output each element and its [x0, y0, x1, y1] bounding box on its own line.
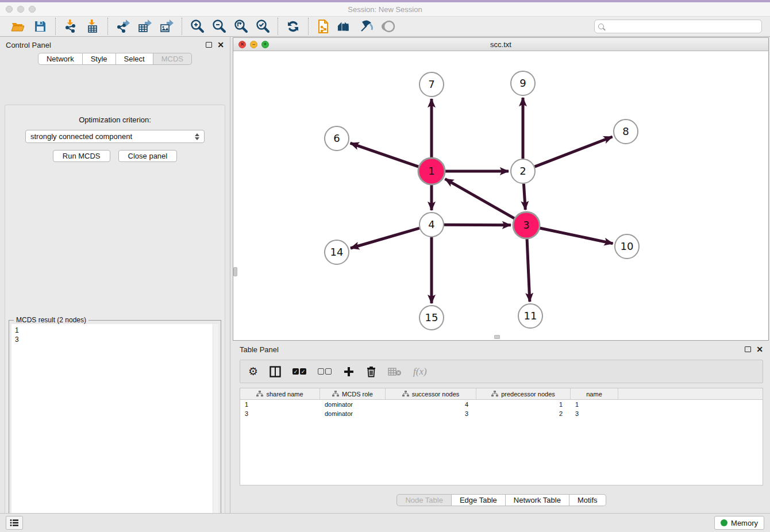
cell-successor-nodes[interactable]: 4 — [386, 401, 476, 408]
canvas-horizontal-scrollbar[interactable] — [494, 335, 500, 339]
export-network-button[interactable] — [115, 18, 131, 34]
graph-node-2[interactable]: 2 — [511, 159, 535, 183]
column-header-name[interactable]: name — [571, 388, 618, 399]
export-image-button[interactable] — [159, 18, 175, 34]
graph-edge-4-3[interactable] — [444, 225, 511, 225]
column-header-successor-nodes[interactable]: successor nodes — [386, 388, 476, 399]
tab-style[interactable]: Style — [83, 53, 116, 65]
canvas-vertical-scrollbar[interactable] — [233, 267, 237, 276]
open-session-button[interactable] — [10, 18, 26, 34]
close-panel-button[interactable]: Close panel — [118, 150, 178, 162]
column-header-predecessor-nodes[interactable]: predecessor nodes — [476, 388, 571, 399]
graph-node-label: 10 — [621, 240, 634, 252]
graph-node-3[interactable]: 3 — [513, 212, 540, 238]
export-table-button[interactable] — [137, 18, 153, 34]
import-network-button[interactable] — [63, 18, 79, 34]
tab-motifs[interactable]: Motifs — [569, 494, 606, 506]
window-titlebar: Session: New Session — [0, 2, 770, 16]
graph-edge-2-8[interactable] — [535, 137, 613, 167]
tab-node-table[interactable]: Node Table — [396, 494, 452, 506]
graph-edge-3-1[interactable] — [445, 179, 514, 218]
cell-shared-name[interactable]: 1 — [240, 401, 320, 408]
cell-MCDS-role[interactable]: dominator — [320, 401, 386, 408]
home-layout-button[interactable] — [337, 18, 353, 34]
graph-edge-2-3[interactable] — [523, 184, 525, 210]
maximize-network-button[interactable]: + — [261, 41, 269, 48]
tab-mcds[interactable]: MCDS — [153, 53, 192, 65]
hierarchy-icon — [332, 391, 339, 397]
cell-predecessor-nodes[interactable]: 1 — [476, 401, 571, 408]
memory-button[interactable]: Memory — [714, 516, 764, 530]
column-header-MCDS-role[interactable]: MCDS role — [320, 388, 386, 399]
import-table-button[interactable] — [84, 18, 101, 34]
table-row[interactable]: 3dominator323 — [240, 409, 763, 418]
window-title: Session: New Session — [0, 5, 770, 14]
graph-node-10[interactable]: 10 — [615, 234, 639, 259]
split-view-button[interactable] — [270, 365, 281, 379]
add-row-button[interactable] — [343, 365, 355, 379]
tab-network-table[interactable]: Network Table — [506, 494, 569, 506]
tab-select[interactable]: Select — [116, 53, 153, 65]
graph-node-14[interactable]: 14 — [325, 240, 349, 264]
run-mcds-button[interactable]: Run MCDS — [53, 150, 110, 162]
column-header-shared-name[interactable]: shared name — [240, 388, 320, 399]
cell-MCDS-role[interactable]: dominator — [320, 410, 386, 417]
table-row[interactable]: 1dominator411 — [240, 400, 763, 409]
close-network-button[interactable]: ✕ — [238, 41, 246, 48]
select-all-columns-button[interactable]: ✓ ✓ — [292, 365, 306, 379]
float-table-panel-icon[interactable] — [745, 346, 751, 352]
close-table-panel-icon[interactable]: ✕ — [756, 345, 763, 353]
network-window-titlebar[interactable]: ✕ – + scc.txt — [233, 38, 768, 51]
function-builder-button[interactable]: f(x) — [413, 365, 427, 379]
cell-successor-nodes[interactable]: 3 — [386, 410, 476, 417]
apply-style-button[interactable] — [359, 18, 375, 34]
cell-shared-name[interactable]: 3 — [240, 410, 320, 417]
save-session-button[interactable] — [32, 18, 48, 34]
graph-node-15[interactable]: 15 — [419, 306, 444, 330]
graph-edge-3-11[interactable] — [527, 239, 530, 302]
graph-edge-3-10[interactable] — [540, 228, 613, 244]
cell-name[interactable]: 3 — [571, 410, 618, 417]
minimize-network-button[interactable]: – — [250, 41, 257, 48]
result-scrollbar[interactable] — [213, 324, 218, 532]
zoom-fit-button[interactable] — [233, 18, 249, 34]
deselect-all-columns-button[interactable] — [318, 365, 332, 379]
cell-predecessor-nodes[interactable]: 2 — [476, 410, 571, 417]
node-table[interactable]: shared nameMCDS rolesuccessor nodesprede… — [240, 388, 763, 485]
graph-node-8[interactable]: 8 — [614, 119, 638, 144]
list-icon — [10, 519, 19, 527]
cell-name[interactable]: 1 — [571, 401, 618, 408]
zoom-out-icon — [211, 19, 226, 34]
clone-network-button[interactable] — [315, 18, 332, 34]
mcds-result-text[interactable]: 1 3 — [11, 324, 218, 532]
search-input[interactable] — [607, 22, 758, 30]
tab-network[interactable]: Network — [38, 53, 83, 65]
optimization-criterion-select[interactable]: strongly connected component — [25, 130, 205, 143]
close-panel-icon[interactable]: ✕ — [217, 41, 224, 49]
graph-node-9[interactable]: 9 — [511, 71, 535, 95]
graph-node-6[interactable]: 6 — [325, 126, 349, 151]
column-header-label: name — [586, 391, 602, 398]
hierarchy-icon — [256, 391, 263, 397]
graph-node-4[interactable]: 4 — [419, 213, 444, 237]
delete-row-button[interactable] — [366, 365, 376, 379]
delete-table-button[interactable] — [388, 365, 402, 379]
zoom-out-button[interactable] — [211, 18, 227, 34]
graph-node-11[interactable]: 11 — [518, 304, 542, 328]
network-graph[interactable]: 7968124314101511 — [233, 51, 768, 340]
network-canvas[interactable]: 7968124314101511 — [233, 51, 768, 340]
task-history-button[interactable] — [6, 516, 23, 530]
graph-node-1[interactable]: 1 — [418, 158, 445, 184]
tab-edge-table[interactable]: Edge Table — [452, 494, 506, 506]
graph-edge-1-6[interactable] — [351, 143, 419, 167]
refresh-button[interactable] — [285, 18, 301, 34]
show-hide-button[interactable] — [381, 18, 397, 34]
graph-node-7[interactable]: 7 — [419, 72, 444, 97]
zoom-in-button[interactable] — [189, 18, 205, 34]
search-field[interactable] — [594, 20, 762, 33]
zoom-selected-button[interactable] — [255, 18, 271, 34]
hierarchy-icon — [402, 391, 409, 397]
float-panel-icon[interactable] — [206, 42, 212, 48]
graph-edge-4-14[interactable] — [351, 228, 419, 248]
column-settings-button[interactable]: ⚙ — [248, 365, 258, 379]
